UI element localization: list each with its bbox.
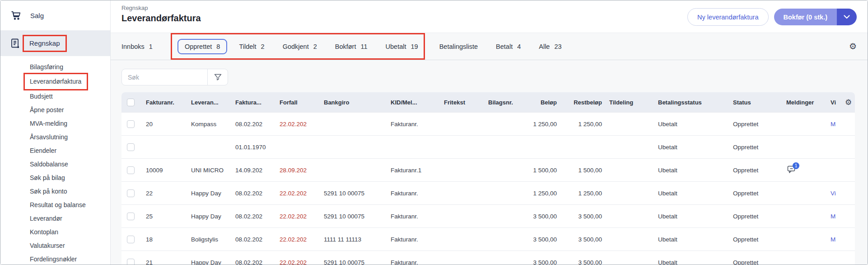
- sidebar: Salg Regnskap BilagsføringLeverandørfakt…: [0, 0, 111, 265]
- search-box: [121, 69, 228, 85]
- cell-betalingsstatus: Ubetalt: [654, 135, 729, 158]
- cell-meldinger: 1: [783, 158, 827, 181]
- tab-godkjent[interactable]: Godkjent2: [283, 43, 317, 50]
- cell-fakturanr: 21: [142, 251, 187, 265]
- column-header-restbelop: Restbeløp: [560, 92, 606, 112]
- sidebar-item-mva-melding[interactable]: MVA-melding: [30, 117, 110, 130]
- sidebar-item-regnskap[interactable]: Regnskap: [0, 30, 110, 56]
- cell-forfall: 28.09.202: [276, 158, 320, 181]
- tab-tildelt[interactable]: Tildelt2: [239, 43, 264, 50]
- row-checkbox[interactable]: [127, 189, 135, 197]
- cell-fakturadato: 08.02.202: [232, 112, 276, 135]
- message-icon[interactable]: 1: [787, 166, 796, 173]
- cell-fakturanr: 20: [142, 112, 187, 135]
- row-checkbox[interactable]: [127, 143, 135, 151]
- tab-betalingsliste[interactable]: Betalingsliste: [439, 43, 478, 50]
- column-settings-gear-icon[interactable]: ⚙: [845, 98, 852, 107]
- sidebar-item-salg[interactable]: Salg: [0, 0, 110, 30]
- row-checkbox[interactable]: [127, 166, 135, 174]
- sidebar-item-s-k-p-bilag[interactable]: Søk på bilag: [30, 171, 110, 185]
- cell-forfall: 22.02.202: [276, 181, 320, 204]
- cell-kid: Fakturanr.: [387, 181, 440, 204]
- post-dropdown-button[interactable]: [837, 9, 857, 25]
- cell-meldinger: [783, 135, 827, 158]
- cell-bankgiro: [320, 135, 387, 158]
- cell-forfall: 22.02.202: [276, 227, 320, 251]
- cell-bankgiro: 5291 10 00075: [320, 181, 387, 204]
- tab-count: 8: [216, 43, 220, 50]
- cell-kid: [387, 135, 440, 158]
- row-action-link[interactable]: M: [831, 213, 835, 220]
- row-checkbox[interactable]: [127, 213, 135, 220]
- sidebar-item-budsjett[interactable]: Budsjett: [30, 90, 110, 103]
- sidebar-item-s-k-p-konto[interactable]: Søk på konto: [30, 185, 110, 198]
- cell-restbelop: 1 500,00: [560, 158, 606, 181]
- column-header-status: Status: [729, 92, 783, 112]
- column-header-fakturanr: Fakturanr.: [142, 92, 187, 112]
- cell-settings: [841, 251, 855, 265]
- select-all-checkbox[interactable]: [127, 99, 135, 106]
- tab-label: Alle: [539, 43, 550, 50]
- sidebar-item-kontoplan[interactable]: Kontoplan: [30, 225, 110, 239]
- sidebar-item-eiendeler[interactable]: Eiendeler: [30, 144, 110, 157]
- page-title: Leverandørfaktura: [121, 13, 201, 24]
- tab-bokf-rt[interactable]: Bokført11: [335, 43, 368, 50]
- tab-betalt[interactable]: Betalt4: [496, 43, 521, 50]
- title-block: Regnskap Leverandørfaktura: [121, 5, 201, 24]
- column-header-betalingsstatus: Betalingsstatus: [654, 92, 729, 112]
- sidebar-item-leverand-r[interactable]: Leverandør: [30, 212, 110, 225]
- post-button[interactable]: Bokfør (0 stk.): [774, 9, 837, 25]
- cell-tildeling: [606, 158, 654, 181]
- sidebar-submenu: BilagsføringLeverandørfakturaBudsjettÅpn…: [0, 56, 110, 265]
- row-checkbox[interactable]: [127, 120, 135, 128]
- sidebar-item-bilagsf-ring[interactable]: Bilagsføring: [30, 60, 110, 74]
- cell-belop: 1 500,00: [521, 158, 560, 181]
- sidebar-item-pne-poster[interactable]: Åpne poster: [30, 103, 110, 117]
- table-row: 25Happy Day08.02.20222.02.2025291 10 000…: [121, 204, 855, 227]
- cell-bankgiro: [320, 158, 387, 181]
- cell-bilagsnr: [485, 181, 521, 204]
- cell-leverandor: Happy Day: [187, 181, 232, 204]
- table-row: 10009UNI MICRO14.09.20228.09.202Fakturan…: [121, 158, 855, 181]
- sidebar-item-rsavslutning[interactable]: Årsavslutning: [30, 130, 110, 144]
- cell-bankgiro: 1111 11 11113: [320, 227, 387, 251]
- sidebar-item-saldobalanse[interactable]: Saldobalanse: [30, 157, 110, 171]
- cell-settings: [841, 112, 855, 135]
- cell-fakturanr: 10009: [142, 158, 187, 181]
- cell-belop: 3 500,00: [521, 204, 560, 227]
- column-header-kid: KID/Mel...: [387, 92, 440, 112]
- cell-fakturanr: [142, 135, 187, 158]
- annotation-box-regnskap: Regnskap: [23, 35, 67, 52]
- new-invoice-button[interactable]: Ny leverandørfaktura: [687, 8, 768, 26]
- annotation-box-tabs: Opprettet8Tildelt2Godkjent2Bokført11Ubet…: [171, 33, 425, 60]
- cell-fakturanr: 25: [142, 204, 187, 227]
- cell-status: Opprettet: [729, 135, 783, 158]
- row-action-link[interactable]: Vi: [831, 190, 836, 197]
- tabs: Innboks1Opprettet8Tildelt2Godkjent2Bokfø…: [121, 33, 580, 60]
- sidebar-item-valutakurser[interactable]: Valutakurser: [30, 239, 110, 252]
- sidebar-item-resultat-og-balanse[interactable]: Resultat og balanse: [30, 198, 110, 212]
- cell-bankgiro: 5291 10 00075: [320, 251, 387, 265]
- column-header-forfall: Forfall: [276, 92, 320, 112]
- table-toolbar: [111, 60, 868, 92]
- invoice-table: Fakturanr.Leveran...Faktura...ForfallBan…: [121, 92, 855, 265]
- sidebar-item-fordelingsn-kler[interactable]: Fordelingsnøkler: [30, 252, 110, 265]
- cell-leverandor: Happy Day: [187, 204, 232, 227]
- row-action-link[interactable]: M: [831, 121, 835, 128]
- tab-settings-gear-icon[interactable]: ⚙: [849, 42, 857, 51]
- tab-count: 1: [149, 43, 153, 50]
- filter-button[interactable]: [207, 69, 228, 85]
- cell-leverandor: Kompass: [187, 112, 232, 135]
- tab-innboks[interactable]: Innboks1: [121, 43, 153, 50]
- cell-settings: [841, 227, 855, 251]
- row-checkbox[interactable]: [127, 259, 135, 265]
- tab-ubetalt[interactable]: Ubetalt19: [386, 43, 418, 50]
- search-input[interactable]: [122, 69, 207, 85]
- row-checkbox[interactable]: [127, 236, 135, 243]
- tab-alle[interactable]: Alle23: [539, 43, 561, 50]
- sidebar-item-leverand-rfaktura[interactable]: Leverandørfaktura: [30, 74, 110, 90]
- row-action-link[interactable]: M: [831, 236, 835, 243]
- cell-vis: M: [827, 112, 841, 135]
- tab-opprettet[interactable]: Opprettet8: [177, 39, 228, 54]
- cell-bilagsnr: [485, 112, 521, 135]
